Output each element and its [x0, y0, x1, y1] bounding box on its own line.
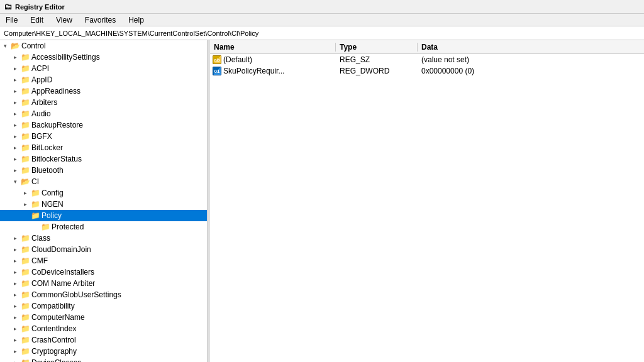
tree-item-computerName[interactable]: 📁ComputerName: [0, 312, 207, 323]
expander-bitLockerStatus[interactable]: [10, 154, 20, 164]
tree-item-class[interactable]: 📁Class: [0, 233, 207, 244]
tree-item-appReadiness[interactable]: 📁AppReadiness: [0, 85, 207, 97]
menu-item-edit[interactable]: Edit: [27, 15, 47, 25]
tree-label-comNameArbiter: COM Name Arbiter: [31, 279, 95, 288]
tree-item-cmf[interactable]: 📁CMF: [0, 255, 207, 266]
folder-icon-bluetooth: 📁: [20, 165, 30, 175]
expander-ciNgen[interactable]: [20, 199, 30, 209]
folder-icon-cryptography: 📁: [20, 346, 30, 356]
expander-deviceClasses[interactable]: [10, 358, 20, 362]
tree-item-acpi[interactable]: 📁ACPI: [0, 63, 207, 74]
address-path: Computer\HKEY_LOCAL_MACHINE\SYSTEM\Curre…: [4, 30, 258, 37]
tree-label-cmf: CMF: [31, 256, 48, 265]
tree-item-appid[interactable]: 📁AppID: [0, 74, 207, 85]
folder-icon-comNameArbiter: 📁: [20, 278, 30, 288]
menu-item-file[interactable]: File: [3, 15, 21, 25]
tree-item-bitLockerStatus[interactable]: 📁BitlockerStatus: [0, 153, 207, 165]
tree-item-backupRestore[interactable]: 📁BackupRestore: [0, 119, 207, 131]
tree-item-arbiters[interactable]: 📁Arbiters: [0, 97, 207, 108]
tree-item-ciNgen[interactable]: 📁NGEN: [0, 199, 207, 210]
tree-label-backupRestore: BackupRestore: [31, 121, 83, 129]
tree-item-ci[interactable]: 📂CI: [0, 176, 207, 187]
folder-icon-control: 📂: [10, 41, 20, 51]
tree-label-audio: Audio: [31, 109, 51, 118]
tree-item-audio[interactable]: 📁Audio: [0, 108, 207, 119]
tree-item-commonGlobUserSettings[interactable]: 📁CommonGlobUserSettings: [0, 289, 207, 300]
folder-icon-coDeviceInstallers: 📁: [20, 267, 30, 277]
tree-item-comNameArbiter[interactable]: 📁COM Name Arbiter: [0, 278, 207, 289]
tree-label-ciProtected: Protected: [52, 222, 84, 231]
folder-icon-cloudDomainJoin: 📁: [20, 244, 30, 255]
folder-icon-compatibility: 📁: [20, 301, 30, 311]
tree-label-bluetooth: Bluetooth: [31, 166, 64, 175]
expander-class[interactable]: [10, 233, 20, 243]
expander-bluetooth[interactable]: [10, 165, 20, 175]
expander-control[interactable]: [0, 41, 10, 51]
expander-comNameArbiter[interactable]: [10, 278, 20, 288]
cell-name-label-0: (Default): [223, 55, 252, 64]
registry-tree[interactable]: 📂Control📁AccessibilitySettings📁ACPI📁AppI…: [0, 40, 208, 362]
expander-cryptography[interactable]: [10, 346, 20, 356]
expander-ciConfig[interactable]: [20, 188, 30, 198]
expander-coDeviceInstallers[interactable]: [10, 267, 20, 277]
expander-cmf[interactable]: [10, 256, 20, 266]
expander-ci[interactable]: [10, 177, 20, 187]
expander-acpi[interactable]: [10, 63, 20, 74]
folder-icon-bitLocker: 📁: [20, 143, 30, 153]
tree-item-ciConfig[interactable]: 📁Config: [0, 187, 207, 199]
folder-icon-bgfx: 📁: [20, 131, 30, 141]
menu-item-view[interactable]: View: [53, 15, 75, 25]
tree-item-ciProtected[interactable]: 📁Protected: [0, 221, 207, 233]
expander-bgfx[interactable]: [10, 131, 20, 141]
tree-item-bitLocker[interactable]: 📁BitLocker: [0, 142, 207, 153]
expander-cloudDomainJoin[interactable]: [10, 244, 20, 255]
folder-icon-appid: 📁: [20, 75, 30, 85]
tree-item-ciPolicy[interactable]: 📁Policy: [0, 210, 207, 221]
table-row-0[interactable]: ab(Default)REG_SZ(value not set): [210, 54, 644, 65]
folder-icon-appReadiness: 📁: [20, 86, 30, 96]
folder-icon-ciProtected: 📁: [40, 222, 50, 232]
tree-item-coDeviceInstallers[interactable]: 📁CoDeviceInstallers: [0, 266, 207, 278]
tree-item-cloudDomainJoin[interactable]: 📁CloudDomainJoin: [0, 244, 207, 255]
reg-icon-0: ab: [213, 55, 221, 64]
tree-label-arbiters: Arbiters: [31, 98, 57, 107]
tree-item-cryptography[interactable]: 📁Cryptography: [0, 346, 207, 357]
expander-appReadiness[interactable]: [10, 86, 20, 96]
cell-name-0: ab(Default): [210, 55, 336, 64]
expander-appid[interactable]: [10, 75, 20, 85]
expander-contentIndex[interactable]: [10, 324, 20, 334]
tree-label-appid: AppID: [31, 75, 52, 84]
tree-item-contentIndex[interactable]: 📁ContentIndex: [0, 323, 207, 334]
expander-computerName[interactable]: [10, 312, 20, 322]
tree-item-compatibility[interactable]: 📁Compatibility: [0, 300, 207, 312]
title-bar: 🗂 Registry Editor: [0, 0, 644, 14]
tree-item-bluetooth[interactable]: 📁Bluetooth: [0, 165, 207, 176]
expander-commonGlobUserSettings[interactable]: [10, 290, 20, 300]
tree-label-ci: CI: [31, 177, 39, 186]
expander-compatibility[interactable]: [10, 301, 20, 311]
tree-label-crashControl: CrashControl: [31, 336, 76, 344]
folder-icon-crashControl: 📁: [20, 335, 30, 345]
tree-label-cryptography: Cryptography: [31, 347, 77, 356]
expander-arbiters[interactable]: [10, 97, 20, 107]
folder-icon-ciNgen: 📁: [30, 199, 40, 209]
expander-audio[interactable]: [10, 109, 20, 119]
expander-bitLocker[interactable]: [10, 143, 20, 153]
tree-item-control[interactable]: 📂Control: [0, 40, 207, 52]
cell-name-1: 01SkuPolicyRequir...: [210, 67, 336, 75]
menu-item-help[interactable]: Help: [125, 15, 147, 25]
expander-crashControl[interactable]: [10, 335, 20, 345]
menu-item-favorites[interactable]: Favorites: [82, 15, 119, 25]
tree-item-deviceClasses[interactable]: 📁DeviceClasses: [0, 357, 207, 362]
tree-item-bgfx[interactable]: 📁BGFX: [0, 131, 207, 142]
tree-item-crashControl[interactable]: 📁CrashControl: [0, 334, 207, 346]
tree-label-coDeviceInstallers: CoDeviceInstallers: [31, 268, 94, 277]
expander-accessibilitySettings[interactable]: [10, 52, 20, 62]
table-header: Name Type Data: [210, 40, 644, 54]
table-row-1[interactable]: 01SkuPolicyRequir...REG_DWORD0x00000000 …: [210, 65, 644, 77]
app-title: Registry Editor: [15, 3, 65, 11]
tree-label-contentIndex: ContentIndex: [31, 324, 76, 333]
tree-item-accessibilitySettings[interactable]: 📁AccessibilitySettings: [0, 52, 207, 63]
expander-backupRestore[interactable]: [10, 120, 20, 130]
folder-icon-acpi: 📁: [20, 63, 30, 74]
